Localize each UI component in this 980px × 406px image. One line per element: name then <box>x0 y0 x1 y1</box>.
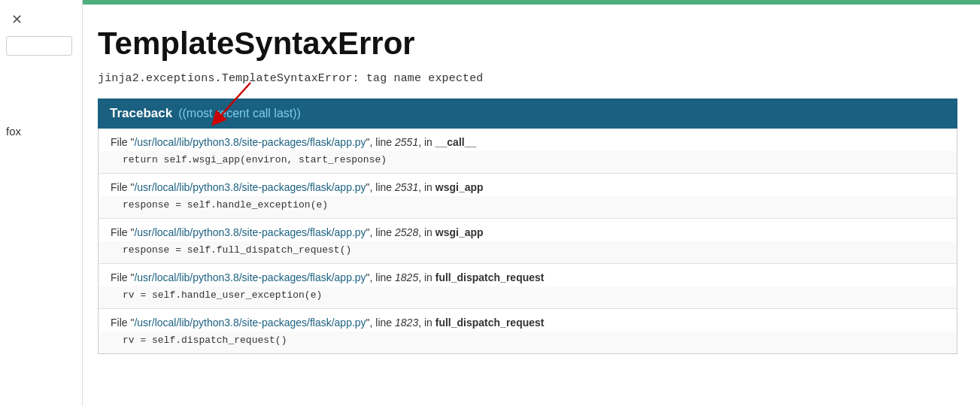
trace-code-line: rv = self.handle_user_exception(e) <box>99 286 957 308</box>
trace-code-line: response = self.handle_exception(e) <box>99 196 957 218</box>
trace-file-link[interactable]: /usr/local/lib/python3.8/site-packages/f… <box>134 226 366 238</box>
traceback-body: File "/usr/local/lib/python3.8/site-pack… <box>98 129 957 354</box>
trace-file-line: File "/usr/local/lib/python3.8/site-pack… <box>99 129 957 151</box>
trace-file-link[interactable]: /usr/local/lib/python3.8/site-packages/f… <box>134 317 366 329</box>
trace-entry: File "/usr/local/lib/python3.8/site-pack… <box>99 174 957 219</box>
trace-entry: File "/usr/local/lib/python3.8/site-pack… <box>99 129 957 174</box>
error-subtitle: jinja2.exceptions.TemplateSyntaxError: t… <box>98 72 957 85</box>
trace-entry: File "/usr/local/lib/python3.8/site-pack… <box>99 219 957 264</box>
trace-entry: File "/usr/local/lib/python3.8/site-pack… <box>99 309 957 353</box>
sidebar-fox-label: fox <box>0 122 27 141</box>
trace-line-number: 2551 <box>395 136 418 148</box>
error-title: TemplateSyntaxError <box>98 26 957 62</box>
close-button[interactable]: ✕ <box>6 9 27 30</box>
sidebar: ✕ fox <box>0 0 83 406</box>
trace-entry: File "/usr/local/lib/python3.8/site-pack… <box>99 264 957 309</box>
main-content: TemplateSyntaxError jinja2.exceptions.Te… <box>83 0 980 406</box>
trace-file-link[interactable]: /usr/local/lib/python3.8/site-packages/f… <box>134 136 366 148</box>
trace-file-line: File "/usr/local/lib/python3.8/site-pack… <box>99 264 957 286</box>
traceback-header: Traceback ((most recent call last)) <box>98 98 957 129</box>
traceback-label: Traceback <box>110 106 172 121</box>
trace-line-number: 1823 <box>395 317 418 329</box>
top-progress-bar <box>83 0 980 5</box>
trace-file-line: File "/usr/local/lib/python3.8/site-pack… <box>99 219 957 241</box>
trace-func-name: wsgi_app <box>435 226 484 238</box>
search-input[interactable] <box>6 36 72 56</box>
trace-func-name: __call__ <box>435 136 477 148</box>
close-icon: ✕ <box>11 11 23 28</box>
trace-file-link[interactable]: /usr/local/lib/python3.8/site-packages/f… <box>134 271 366 283</box>
trace-code-line: rv = self.dispatch_request() <box>99 332 957 353</box>
trace-func-name: wsgi_app <box>435 181 484 193</box>
trace-code-line: response = self.full_dispatch_request() <box>99 241 957 263</box>
trace-code-line: return self.wsgi_app(environ, start_resp… <box>99 151 957 173</box>
trace-file-line: File "/usr/local/lib/python3.8/site-pack… <box>99 174 957 196</box>
trace-func-name: full_dispatch_request <box>435 317 545 329</box>
trace-file-line: File "/usr/local/lib/python3.8/site-pack… <box>99 309 957 332</box>
trace-line-number: 2531 <box>395 181 418 193</box>
trace-file-link[interactable]: /usr/local/lib/python3.8/site-packages/f… <box>134 181 366 193</box>
trace-line-number: 2528 <box>395 226 418 238</box>
trace-func-name: full_dispatch_request <box>435 271 545 283</box>
traceback-subheader: ((most recent call last)) <box>178 107 301 120</box>
trace-line-number: 1825 <box>395 271 418 283</box>
